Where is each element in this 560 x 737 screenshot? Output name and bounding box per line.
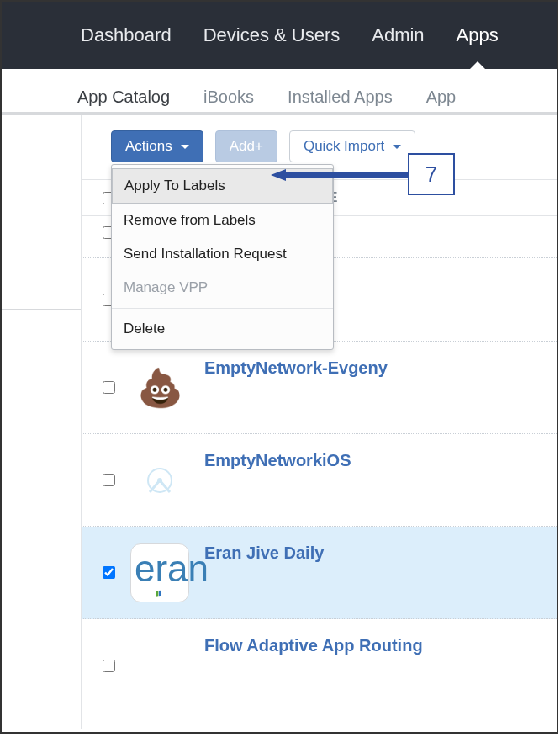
svg-rect-6 — [156, 591, 159, 597]
wave-icon: a — [139, 644, 181, 687]
subnav-installed-apps[interactable]: Installed Apps — [288, 87, 393, 112]
subnav-app-more[interactable]: App — [426, 87, 457, 112]
compass-icon — [141, 462, 178, 499]
left-sidebar — [2, 115, 82, 729]
annotation-step-number: 7 — [408, 153, 455, 195]
nav-admin[interactable]: Admin — [360, 2, 436, 69]
menu-delete[interactable]: Delete — [112, 312, 333, 346]
row-checkbox[interactable] — [103, 566, 115, 579]
row-checkbox[interactable] — [103, 660, 115, 672]
app-name-link[interactable]: EmptyNetwork-Evgeny — [204, 358, 388, 378]
svg-text:a: a — [168, 676, 172, 683]
row-checkbox[interactable] — [103, 474, 115, 486]
svg-point-5 — [157, 478, 162, 483]
quick-import-button[interactable]: Quick Import — [289, 130, 415, 162]
poop-icon: 💩 — [130, 358, 189, 417]
app-icon: a — [130, 636, 189, 695]
menu-send-installation-request[interactable]: Send Installation Request — [112, 237, 333, 271]
app-name-link[interactable]: EmptyNetworkiOS — [204, 451, 351, 470]
sub-nav: App Catalog iBooks Installed Apps App — [2, 69, 557, 115]
svg-marker-1 — [271, 169, 286, 181]
quick-import-label: Quick Import — [304, 138, 384, 155]
app-icon: eran — [130, 543, 189, 602]
svg-rect-7 — [159, 590, 161, 596]
main-column: Actions Add+ Quick Import Apply To Label… — [82, 115, 557, 729]
actions-label: Actions — [125, 138, 172, 155]
content-area: Actions Add+ Quick Import Apply To Label… — [2, 115, 557, 729]
icon-text: eran — [135, 548, 209, 590]
subnav-ibooks[interactable]: iBooks — [203, 87, 254, 112]
toolbar: Actions Add+ Quick Import — [82, 130, 557, 162]
app-name-link[interactable]: Flow Adaptive App Routing — [204, 636, 423, 655]
app-name-link[interactable]: Eran Jive Daily — [204, 543, 324, 563]
menu-manage-vpp: Manage VPP — [112, 271, 333, 305]
nav-dashboard[interactable]: Dashboard — [69, 2, 183, 69]
subnav-app-catalog[interactable]: App Catalog — [77, 87, 170, 112]
add-label: Add+ — [230, 138, 263, 155]
actions-dropdown: Apply To Labels Remove from Labels Send … — [111, 164, 334, 350]
caret-down-icon — [181, 145, 189, 149]
top-nav: Dashboard Devices & Users Admin Apps — [2, 2, 557, 69]
menu-remove-from-labels[interactable]: Remove from Labels — [112, 204, 333, 237]
nav-apps[interactable]: Apps — [445, 2, 510, 69]
table-row: EmptyNetworkiOS — [82, 434, 557, 527]
nav-devices-users[interactable]: Devices & Users — [192, 2, 352, 69]
books-icon — [143, 590, 177, 598]
annotation-arrow-icon — [271, 169, 409, 181]
table-row: eran Eran Jive Daily — [82, 527, 557, 619]
table-row: a Flow Adaptive App Routing — [82, 619, 557, 712]
add-button: Add+ — [215, 130, 277, 162]
menu-divider — [112, 308, 333, 309]
app-icon — [130, 451, 189, 510]
actions-button[interactable]: Actions — [111, 130, 203, 162]
caret-down-icon — [393, 145, 401, 149]
table-row: 💩 EmptyNetwork-Evgeny — [82, 342, 557, 434]
row-checkbox[interactable] — [103, 381, 115, 394]
